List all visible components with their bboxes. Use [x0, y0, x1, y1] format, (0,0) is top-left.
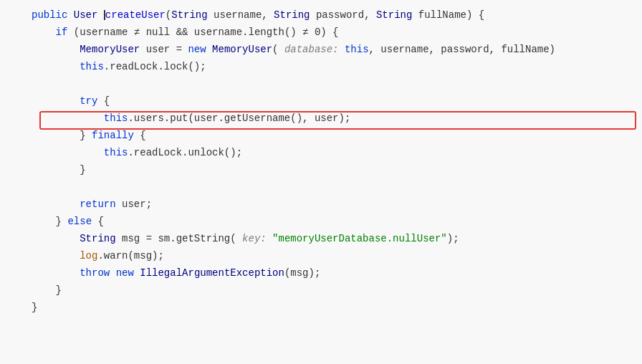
token-kw: if: [56, 27, 68, 38]
token-type: String: [171, 9, 207, 21]
token-type: String: [80, 233, 115, 244]
token-kw: this: [104, 112, 128, 124]
token-plain: ≠: [302, 27, 308, 38]
token-plain: (: [166, 9, 171, 21]
token-plain: {: [97, 95, 110, 107]
token-plain: [339, 44, 345, 55]
token-type: MemoryUser: [212, 44, 272, 55]
token-plain: }: [80, 130, 92, 141]
line-text: }: [29, 282, 642, 298]
line-text: this.readLock.lock();: [29, 59, 642, 75]
line-text: String msg = sm.getString( key: "memoryU…: [29, 231, 642, 246]
line-text: }: [29, 162, 642, 178]
code-line: }: [0, 282, 642, 300]
token-plain: }: [56, 284, 62, 296]
token-plain: password,: [310, 9, 376, 21]
token-kw: this: [345, 44, 369, 55]
token-type: User: [74, 9, 104, 21]
token-kw: this: [104, 147, 128, 158]
token-type: String: [274, 9, 310, 21]
code-line: } else {: [0, 214, 642, 231]
line-text: } finally {: [29, 128, 642, 143]
token-plain: [134, 267, 140, 279]
code-line: public User createUser(String username, …: [0, 7, 642, 24]
code-line: try {: [0, 93, 642, 110]
code-line: } finally {: [0, 128, 642, 145]
token-plain: [110, 267, 115, 279]
code-line: MemoryUser user = new MemoryUser( databa…: [0, 42, 642, 59]
token-plain: }: [32, 302, 37, 313]
token-type: MemoryUser: [80, 44, 140, 55]
token-kw: new: [116, 267, 134, 279]
token-log: log: [80, 250, 97, 262]
line-text: log.warn(msg);: [29, 248, 642, 264]
token-plain: null && username.length(): [140, 27, 302, 38]
token-plain: fullName) {: [412, 9, 484, 21]
token-method: createUser: [105, 9, 166, 21]
token-plain: {: [92, 216, 104, 227]
code-line: this.users.put(user.getUsername(), user)…: [0, 110, 642, 128]
token-plain: username,: [208, 9, 274, 21]
token-plain: user =: [140, 44, 188, 55]
token-kw: finally: [92, 130, 134, 141]
token-kw: throw: [80, 267, 110, 279]
token-plain: {: [134, 130, 146, 141]
code-line: return user;: [0, 196, 642, 214]
token-plain: (username: [67, 27, 133, 38]
token-plain: 0) {: [309, 27, 339, 38]
token-plain: msg = sm.getString(: [116, 233, 242, 244]
token-plain: , username, password, fullName): [369, 44, 555, 55]
token-plain: [267, 233, 272, 244]
token-kw: public: [32, 9, 74, 21]
token-kw: return: [80, 198, 115, 210]
token-plain: .warn(msg);: [97, 250, 163, 262]
token-param-label: database:: [284, 44, 339, 55]
line-text: MemoryUser user = new MemoryUser( databa…: [29, 42, 642, 57]
token-param-label: key:: [242, 233, 267, 244]
code-editor: public User createUser(String username, …: [0, 0, 642, 364]
line-text: return user;: [29, 196, 642, 212]
token-kw: try: [80, 95, 97, 107]
token-plain: }: [80, 164, 85, 176]
token-string: "memoryUserDatabase.nullUser": [272, 233, 447, 244]
code-line: this.readLock.lock();: [0, 59, 642, 76]
code-line: }: [0, 162, 642, 179]
line-text: public User createUser(String username, …: [29, 7, 642, 23]
code-line: }: [0, 300, 642, 317]
line-text: this.users.put(user.getUsername(), user)…: [29, 110, 642, 126]
line-text: throw new IllegalArgumentException(msg);: [29, 265, 642, 281]
token-plain: (msg);: [284, 267, 320, 279]
code-line: [0, 179, 642, 196]
token-plain: .readLock.unlock();: [128, 147, 242, 158]
code-line: this.readLock.unlock();: [0, 145, 642, 162]
line-text: this.readLock.unlock();: [29, 145, 642, 161]
token-kw: this: [80, 61, 104, 72]
token-plain: user;: [116, 198, 152, 210]
code-line: log.warn(msg);: [0, 248, 642, 265]
line-text: try {: [29, 93, 642, 109]
line-text: }: [29, 300, 642, 315]
code-line: throw new IllegalArgumentException(msg);: [0, 265, 642, 282]
token-plain: }: [56, 216, 68, 227]
token-plain: ≠: [134, 27, 140, 38]
token-plain: .users.put(user.getUsername(), user);: [128, 112, 350, 124]
token-plain: [206, 44, 212, 55]
token-kw: else: [67, 216, 92, 227]
token-type: IllegalArgumentException: [140, 267, 284, 279]
token-type: String: [376, 9, 412, 21]
line-text: } else {: [29, 214, 642, 229]
code-line: if (username ≠ null && username.length()…: [0, 24, 642, 42]
token-kw: new: [188, 44, 206, 55]
code-line: [0, 76, 642, 93]
token-plain: (: [272, 44, 284, 55]
line-text: if (username ≠ null && username.length()…: [29, 24, 642, 40]
token-plain: );: [447, 233, 459, 244]
code-line: String msg = sm.getString( key: "memoryU…: [0, 231, 642, 248]
token-plain: .readLock.lock();: [104, 61, 206, 72]
